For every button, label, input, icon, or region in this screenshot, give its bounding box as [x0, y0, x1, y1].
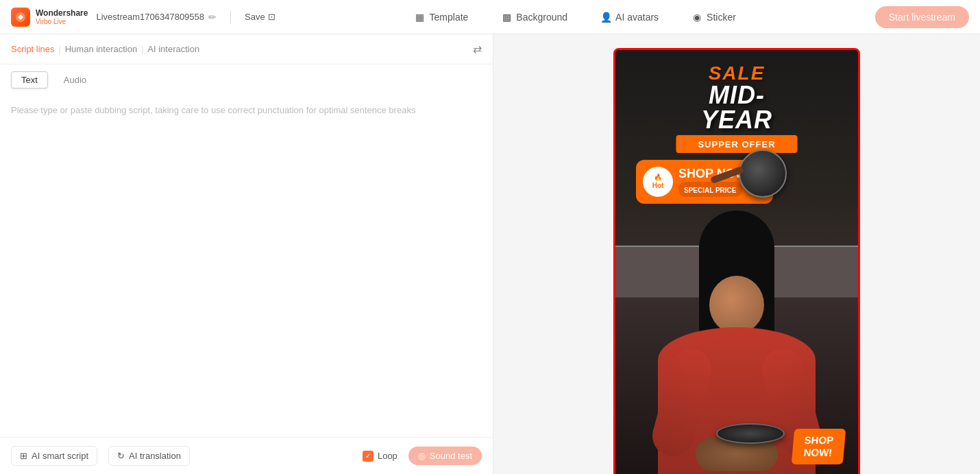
- tab-human-interaction[interactable]: Human interaction: [65, 44, 138, 54]
- save-icon: ⊡: [268, 12, 275, 22]
- special-price-text: SPECIAL PRICE: [684, 187, 737, 194]
- audio-tab-button[interactable]: Audio: [53, 71, 97, 88]
- edit-icon[interactable]: ✏: [208, 12, 217, 23]
- sticker-icon: ◉: [691, 12, 702, 23]
- bottom-pan: [716, 423, 785, 444]
- bottom-shop-text: SHOP NOW!: [803, 434, 835, 459]
- bottom-left-actions: ⊞ AI smart script ↻ AI translation: [11, 446, 190, 466]
- right-panel: SALE MID-YEAR SUPPER OFFER 🔥Hot SHOP NOW…: [493, 34, 980, 474]
- left-panel: Script lines | Human interaction | AI in…: [0, 34, 493, 474]
- nav-sticker[interactable]: ◉ Sticker: [686, 9, 742, 25]
- app-logo-icon: [11, 8, 30, 27]
- start-livestream-button[interactable]: Start livestream: [875, 6, 969, 28]
- loop-checkbox[interactable]: ✓: [363, 451, 373, 462]
- bottom-shop-now: SHOP NOW!: [793, 429, 844, 464]
- preview-inner: SALE MID-YEAR SUPPER OFFER 🔥Hot SHOP NOW…: [615, 50, 858, 474]
- nav-ai-avatars[interactable]: 👤 AI avatars: [595, 9, 664, 25]
- template-icon: ▦: [415, 12, 426, 23]
- mid-year-text: MID-YEAR: [676, 83, 798, 132]
- ai-smart-script-button[interactable]: ⊞ AI smart script: [11, 446, 97, 466]
- ai-translation-button[interactable]: ↻ AI translation: [108, 446, 190, 466]
- settings-icon[interactable]: ⇄: [473, 43, 482, 56]
- project-name: Livestream1706347809558 ✏: [96, 12, 217, 23]
- check-icon: ✓: [365, 452, 371, 460]
- background-icon: ▩: [501, 12, 512, 23]
- bottom-toolbar: ⊞ AI smart script ↻ AI translation ✓ Loo…: [0, 437, 493, 474]
- person-head: [709, 276, 764, 334]
- text-tab-button[interactable]: Text: [11, 71, 48, 88]
- hot-badge: 🔥Hot: [643, 167, 673, 197]
- text-audio-row: Text Audio: [0, 64, 493, 95]
- avatar-icon: 👤: [600, 12, 611, 23]
- brand-name: Wondershare: [36, 8, 88, 18]
- ai-script-icon: ⊞: [20, 451, 27, 461]
- product-name: Virbo Live: [36, 18, 88, 25]
- tab-group: Script lines | Human interaction | AI in…: [11, 44, 199, 54]
- sound-test-button[interactable]: ◎ Sound test: [408, 447, 482, 465]
- main-layout: Script lines | Human interaction | AI in…: [0, 34, 980, 474]
- card-pan: [739, 150, 787, 198]
- supper-offer-text: SUPPER OFFER: [698, 139, 775, 150]
- logo-text-area: Wondershare Virbo Live: [36, 8, 88, 25]
- nav-template[interactable]: ▦ Template: [409, 9, 474, 25]
- preview-container: SALE MID-YEAR SUPPER OFFER 🔥Hot SHOP NOW…: [613, 48, 860, 474]
- save-button[interactable]: Save ⊡: [245, 12, 275, 22]
- sound-icon: ◎: [418, 451, 426, 461]
- loop-toggle[interactable]: ✓ Loop: [363, 451, 397, 462]
- sale-text: SALE: [676, 64, 798, 83]
- sale-banner: SALE MID-YEAR SUPPER OFFER: [676, 64, 798, 153]
- tab-script-lines[interactable]: Script lines: [11, 44, 55, 54]
- logo-area: Wondershare Virbo Live: [11, 8, 88, 27]
- ai-trans-icon: ↻: [117, 451, 125, 461]
- bottom-right-actions: ✓ Loop ◎ Sound test: [363, 447, 482, 465]
- tabs-row: Script lines | Human interaction | AI in…: [0, 34, 493, 64]
- script-area[interactable]: Please type or paste dubbing script, tak…: [0, 95, 493, 437]
- nav-background[interactable]: ▩ Background: [495, 9, 573, 25]
- shop-now-card: 🔥Hot SHOP NOW! SPECIAL PRICE: [636, 160, 773, 204]
- script-placeholder: Please type or paste dubbing script, tak…: [11, 104, 482, 117]
- nav-center: ▦ Template ▩ Background 👤 AI avatars ◉ S…: [284, 9, 867, 25]
- tab-ai-interaction[interactable]: AI interaction: [147, 44, 199, 54]
- header: Wondershare Virbo Live Livestream1706347…: [0, 0, 980, 34]
- special-price-badge: SPECIAL PRICE: [678, 182, 742, 197]
- header-divider: [230, 10, 231, 24]
